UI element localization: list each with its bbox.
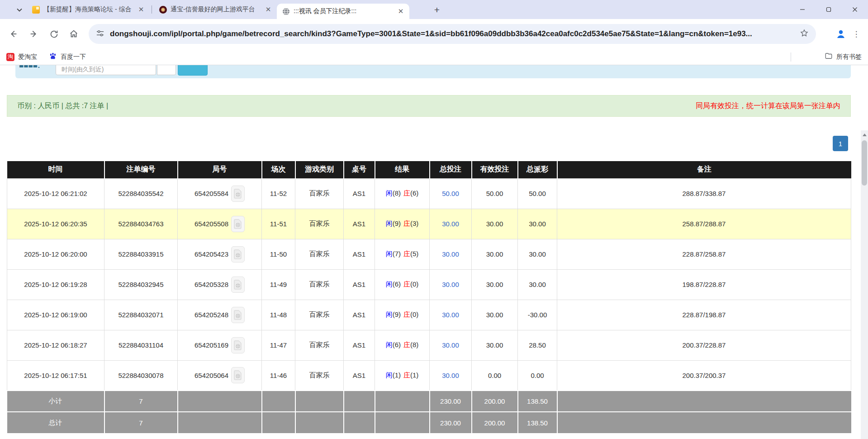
tab-forum[interactable]: 【新提醒】海燕策略论坛 - 综合 ✕ [27, 0, 150, 19]
result-banker-count: (8) [410, 341, 418, 348]
site-info-icon[interactable] [96, 29, 104, 39]
cell-session: 11-50 [262, 239, 295, 269]
baidu-paw-icon [49, 52, 57, 62]
subtotal-count: 7 [104, 391, 178, 412]
cell-note: 228.87/258.87 [557, 239, 851, 269]
video-replay-button[interactable] [231, 186, 245, 202]
tab-title: 【新提醒】海燕策略论坛 - 综合 [43, 5, 133, 14]
result-player-label: 闲 [386, 189, 393, 197]
cell-result: 闲(9)庄(0) [375, 300, 430, 330]
reload-button[interactable] [46, 26, 62, 42]
table-row: 2025-10-12 06:19:00 522884032071 6542052… [7, 300, 851, 330]
header-cell: 结果 [375, 161, 430, 178]
minimize-button[interactable] [789, 0, 816, 19]
cell-result: 闲(8)庄(6) [375, 178, 430, 209]
tab-close-icon[interactable]: ✕ [264, 5, 272, 14]
url-bar[interactable]: dongshouji.com/ipl/portal.php/game/betre… [89, 24, 816, 44]
tab-close-icon[interactable]: ✕ [397, 7, 405, 15]
browser-toolbar: dongshouji.com/ipl/portal.php/game/betre… [0, 19, 868, 49]
all-bookmarks-button[interactable]: 所有书签 [825, 52, 862, 62]
header-cell: 总投注 [430, 161, 472, 178]
cell-session: 11-51 [262, 209, 295, 239]
result-player-label: 闲 [386, 341, 393, 348]
back-button[interactable] [5, 26, 21, 42]
new-tab-button[interactable]: + [431, 4, 443, 16]
bookmarks-bar: 淘 爱淘宝 百度一下 所有书签 [0, 49, 868, 65]
result-player-count: (9) [393, 310, 401, 318]
result-player-label: 闲 [386, 371, 393, 379]
cell-total-bet: 30.00 [430, 209, 472, 239]
video-replay-button[interactable] [231, 367, 245, 383]
tab-search-chevron-icon[interactable] [14, 4, 25, 16]
cell-round: 654205508 [178, 209, 262, 239]
total-bet-link[interactable]: 30.00 [442, 372, 459, 379]
result-player-count: (7) [393, 250, 401, 258]
total-bet-link[interactable]: 30.00 [442, 250, 459, 258]
tab-tongbao[interactable]: 通宝-信誉最好的网上游戏平台 ✕ [154, 0, 277, 19]
cell-game-type: 百家乐 [295, 360, 344, 391]
grand-total-row: 总计 7 230.00 200.00 138.50 [7, 412, 851, 433]
total-bet-link[interactable]: 30.00 [442, 341, 459, 349]
total-bet-link[interactable]: 50.00 [442, 190, 459, 197]
result-banker-count: (0) [410, 280, 418, 288]
cell-bet-number: 522884034763 [104, 209, 178, 239]
page-scrollbar[interactable] [861, 130, 868, 439]
table-row: 2025-10-12 06:20:00 522884033915 6542054… [7, 239, 851, 269]
cell-table-number: AS1 [344, 360, 375, 391]
cell-note: 288.87/338.87 [557, 178, 851, 209]
video-replay-button[interactable] [231, 216, 245, 232]
pagination-page-1-button[interactable]: 1 [833, 136, 848, 151]
cell-session: 11-48 [262, 300, 295, 330]
sort-order-input[interactable]: 时间(由久到近) [56, 65, 156, 75]
header-cell: 场次 [262, 161, 295, 178]
close-window-button[interactable] [842, 0, 868, 19]
total-bet-link[interactable]: 30.00 [442, 281, 459, 288]
video-replay-button[interactable] [231, 307, 245, 323]
result-player-count: (6) [393, 341, 401, 348]
search-button[interactable] [178, 65, 208, 76]
bookmark-star-icon[interactable] [800, 29, 809, 39]
cell-valid-bet: 30.00 [472, 209, 518, 239]
cell-valid-bet: 30.00 [472, 300, 518, 330]
url-text[interactable]: dongshouji.com/ipl/portal.php/game/betre… [110, 29, 794, 38]
cell-table-number: AS1 [344, 239, 375, 269]
total-bet-link[interactable]: 30.00 [442, 311, 459, 319]
tab-close-icon[interactable]: ✕ [137, 5, 145, 14]
cell-bet-number: 522884030078 [104, 360, 178, 391]
cell-note: 200.37/200.37 [557, 360, 851, 391]
sort-order-input-text: 时间(由久到近) [62, 66, 104, 73]
result-player-label: 闲 [386, 310, 393, 318]
video-replay-button[interactable] [231, 277, 245, 293]
scrollbar-thumb[interactable] [862, 140, 867, 186]
filter-select[interactable] [157, 65, 176, 75]
maximize-button[interactable] [816, 0, 842, 19]
forward-button[interactable] [26, 26, 42, 42]
result-banker-count: (0) [410, 310, 418, 318]
profile-avatar-icon[interactable] [835, 29, 846, 41]
cell-note: 200.37/228.87 [557, 330, 851, 360]
subtotal-row: 小计 7 230.00 200.00 138.50 [7, 391, 851, 412]
scroll-up-arrow-icon[interactable] [861, 131, 868, 138]
video-replay-button[interactable] [231, 337, 245, 353]
cell-total-bet: 30.00 [430, 239, 472, 269]
tab-bet-record-active[interactable]: :::视讯 会员下注纪录::: ✕ [277, 4, 409, 19]
cell-bet-number: 522884035542 [104, 178, 178, 209]
cell-table-number: AS1 [344, 178, 375, 209]
cell-valid-bet: 50.00 [472, 178, 518, 209]
result-player-label: 闲 [386, 250, 393, 258]
result-player-count: (6) [393, 280, 401, 288]
browser-menu-icon[interactable]: ⋮ [851, 25, 862, 43]
cell-payout: 30.00 [518, 239, 557, 269]
total-bet-link[interactable]: 30.00 [442, 220, 459, 228]
cell-round: 654205169 [178, 330, 262, 360]
header-cell: 桌号 [344, 161, 375, 178]
bookmark-label: 百度一下 [61, 53, 86, 61]
currency-summary-text: 币别 : 人民币 | 总共 :7 注单 | [17, 101, 108, 111]
result-banker-count: (3) [410, 220, 418, 227]
header-cell: 游戏类别 [295, 161, 344, 178]
bookmark-baidu[interactable]: 百度一下 [49, 52, 86, 62]
bookmarks-divider [791, 52, 791, 62]
home-button[interactable] [66, 26, 81, 42]
video-replay-button[interactable] [231, 246, 245, 262]
bookmark-aitaobao[interactable]: 淘 爱淘宝 [6, 53, 37, 61]
